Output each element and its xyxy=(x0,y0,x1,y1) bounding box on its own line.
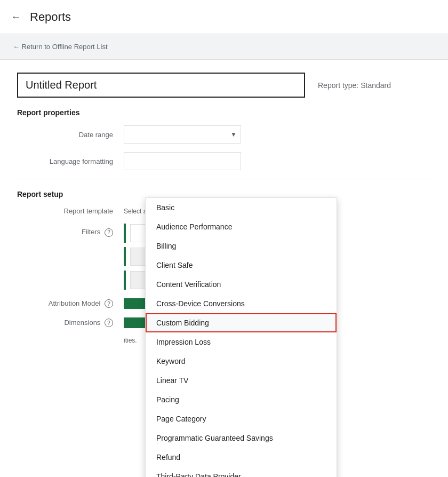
dropdown-item[interactable]: Third-Party Data Provider xyxy=(146,467,337,477)
filter-green-bar-1 xyxy=(124,224,126,243)
dropdown-item[interactable]: Audience Performance xyxy=(146,217,337,236)
dropdown-item[interactable]: Page Category xyxy=(146,409,337,428)
dropdown-item[interactable]: Billing xyxy=(146,236,337,256)
dimensions-label: Dimensions ? xyxy=(17,319,124,328)
report-properties-section: Report properties Date range ▼ Language … xyxy=(17,108,431,170)
attribution-info-icon[interactable]: ? xyxy=(105,299,113,308)
report-name-row: Report type: Standard xyxy=(17,73,431,98)
dropdown-item[interactable]: Pacing xyxy=(146,390,337,409)
header: ← Reports xyxy=(0,0,448,34)
sub-header: ← Return to Offline Report List xyxy=(0,34,448,60)
date-range-row: Date range ▼ xyxy=(17,125,431,144)
report-name-input[interactable] xyxy=(17,73,305,98)
filters-label: Filters ? xyxy=(17,224,124,237)
dimensions-info-icon[interactable]: ? xyxy=(105,319,113,327)
dropdown-item[interactable]: Basic xyxy=(146,198,337,217)
page-title: Reports xyxy=(30,10,71,24)
report-properties-title: Report properties xyxy=(17,108,431,117)
report-template-label: Report template xyxy=(17,207,124,215)
back-arrow-icon: ← xyxy=(11,11,21,23)
back-button[interactable]: ← xyxy=(11,11,21,23)
date-range-dropdown-wrapper: ▼ xyxy=(124,125,241,144)
dropdown-item[interactable]: Cross-Device Conversions xyxy=(146,294,337,313)
date-range-select[interactable] xyxy=(124,125,241,144)
filters-info-icon[interactable]: ? xyxy=(105,228,113,237)
dropdown-item[interactable]: Programmatic Guaranteed Savings xyxy=(146,428,337,448)
attribution-model-label: Attribution Model ? xyxy=(17,299,124,308)
dropdown-item[interactable]: Content Verification xyxy=(146,275,337,294)
dropdown-item[interactable]: Client Safe xyxy=(146,256,337,275)
filter-green-bar-3 xyxy=(124,271,126,290)
dropdown-item[interactable]: Impression Loss xyxy=(146,332,337,352)
date-range-label: Date range xyxy=(17,131,124,139)
dropdown-item[interactable]: Custom Bidding xyxy=(146,313,337,332)
filter-green-bar-2 xyxy=(124,247,126,266)
language-formatting-label: Language formatting xyxy=(17,157,124,165)
language-formatting-input[interactable] xyxy=(124,152,241,170)
section-divider xyxy=(17,179,431,179)
return-link[interactable]: ← Return to Offline Report List xyxy=(13,43,435,51)
report-type-label: Report type: Standard xyxy=(318,81,391,90)
dropdown-item[interactable]: Refund xyxy=(146,448,337,467)
dropdown-item[interactable]: Keyword xyxy=(146,352,337,371)
language-formatting-row: Language formatting xyxy=(17,152,431,170)
template-dropdown-overlay: BasicAudience PerformanceBillingClient S… xyxy=(145,197,337,477)
dropdown-item[interactable]: Linear TV xyxy=(146,371,337,390)
main-content: Report type: Standard Report properties … xyxy=(0,60,448,357)
